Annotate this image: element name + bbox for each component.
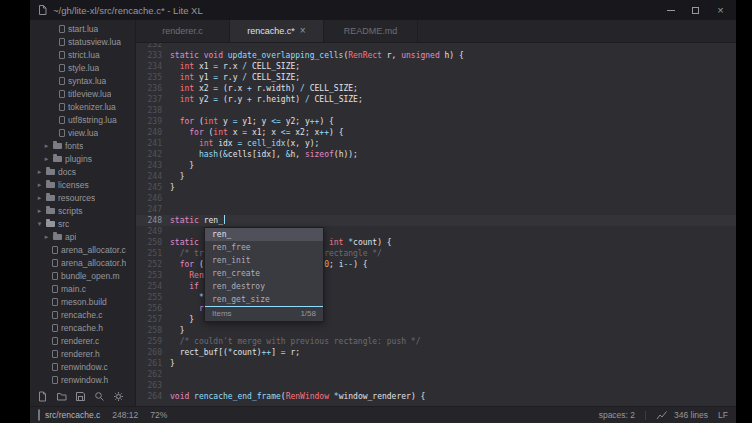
line-number: 236 xyxy=(136,83,170,94)
tree-item-strict.lua[interactable]: strict.lua xyxy=(30,48,135,61)
code-line-259[interactable]: 259 /* couldn't merge with previous rect… xyxy=(136,336,736,347)
statusbar-indent-mode[interactable]: spaces: 2 xyxy=(599,410,635,420)
tree-item-renwindow.c[interactable]: renwindow.c xyxy=(30,360,135,373)
tree-item-bundle_open.m[interactable]: bundle_open.m xyxy=(30,269,135,282)
code-line-258[interactable]: 258 } xyxy=(136,325,736,336)
tree-item-rencache.h[interactable]: rencache.h xyxy=(30,321,135,334)
tab-bar-empty xyxy=(418,20,736,42)
tree-item-api[interactable]: ▸api xyxy=(30,230,135,243)
autocomplete-item-ren_[interactable]: ren_ xyxy=(205,228,323,241)
minimize-button[interactable] xyxy=(665,5,676,16)
close-tab-icon[interactable]: × xyxy=(300,26,306,36)
code-line-241[interactable]: 241 int idx = cell_idx(x, y); xyxy=(136,138,736,149)
code-line-233[interactable]: 233static void update_overlapping_cells(… xyxy=(136,50,736,61)
code-text xyxy=(170,380,736,391)
open-folder-icon[interactable] xyxy=(56,391,67,402)
code-line-245[interactable]: 245} xyxy=(136,182,736,193)
file-icon xyxy=(52,259,58,267)
tree-item-renwindow.h[interactable]: renwindow.h xyxy=(30,373,135,386)
tree-item-resources[interactable]: ▸resources xyxy=(30,191,135,204)
code-line-232[interactable]: 232 xyxy=(136,43,736,50)
tree-item-tokenizer.lua[interactable]: tokenizer.lua xyxy=(30,100,135,113)
sidebar-toolbar xyxy=(30,386,135,406)
code-text xyxy=(170,369,736,380)
code-line-239[interactable]: 239 for (int y = y1; y <= y2; y++) { xyxy=(136,116,736,127)
code-text: int y1 = r.y / CELL_SIZE; xyxy=(170,72,736,83)
tab-renderer-c[interactable]: renderer.c xyxy=(136,20,230,42)
code-line-234[interactable]: 234 int x1 = r.x / CELL_SIZE; xyxy=(136,61,736,72)
code-text: hash(&cells[idx], &h, sizeof(h)); xyxy=(170,149,736,160)
close-button[interactable]: × xyxy=(715,5,726,16)
tree-item-licenses[interactable]: ▸licenses xyxy=(30,178,135,191)
tree-item-renderer.h[interactable]: renderer.h xyxy=(30,347,135,360)
line-number: 234 xyxy=(136,61,170,72)
tree-item-main.c[interactable]: main.c xyxy=(30,282,135,295)
file-icon xyxy=(59,116,65,124)
tree-item-utf8string.lua[interactable]: utf8string.lua xyxy=(30,113,135,126)
code-line-240[interactable]: 240 for (int x = x1; x <= x2; x++) { xyxy=(136,127,736,138)
folder-icon xyxy=(46,195,55,201)
code-line-243[interactable]: 243 } xyxy=(136,160,736,171)
tree-item-label: src xyxy=(58,219,69,229)
settings-icon[interactable] xyxy=(113,391,124,402)
code-line-238[interactable]: 238 xyxy=(136,105,736,116)
code-line-236[interactable]: 236 int x2 = (r.x + r.width) / CELL_SIZE… xyxy=(136,83,736,94)
tab-readme-md[interactable]: README.md xyxy=(324,20,418,42)
search-icon[interactable] xyxy=(94,391,105,402)
code-line-247[interactable]: 247 xyxy=(136,204,736,215)
statusbar-line-ending[interactable]: LF xyxy=(718,410,728,420)
line-number: 261 xyxy=(136,358,170,369)
tab-bar: renderer.c rencache.c* × README.md xyxy=(136,20,736,43)
tree-item-scripts[interactable]: ▸scripts xyxy=(30,204,135,217)
tree-item-fonts[interactable]: ▸fonts xyxy=(30,139,135,152)
line-number: 247 xyxy=(136,204,170,215)
tree-item-docs[interactable]: ▸docs xyxy=(30,165,135,178)
tree-item-start.lua[interactable]: start.lua xyxy=(30,22,135,35)
tree-item-arena_allocator.c[interactable]: arena_allocator.c xyxy=(30,243,135,256)
tree-item-label: meson.build xyxy=(61,297,107,307)
code-line-248[interactable]: 248static ren_ xyxy=(136,215,736,226)
tree-item-titleview.lua[interactable]: titleview.lua xyxy=(30,87,135,100)
tree-item-label: renwindow.h xyxy=(61,375,108,385)
statusbar-cursor-position[interactable]: 248:12 xyxy=(112,410,138,420)
autocomplete-item-ren_init[interactable]: ren_init xyxy=(205,254,323,267)
code-line-261[interactable]: 261} xyxy=(136,358,736,369)
tree-item-label: strict.lua xyxy=(68,50,100,60)
code-text: int y2 = (r.y + r.height) / CELL_SIZE; xyxy=(170,94,736,105)
tab-rencache-c[interactable]: rencache.c* × xyxy=(230,20,324,42)
code-line-260[interactable]: 260 rect_buf[(*count)++] = r; xyxy=(136,347,736,358)
code-line-244[interactable]: 244 } xyxy=(136,171,736,182)
code-line-262[interactable]: 262 xyxy=(136,369,736,380)
line-number: 237 xyxy=(136,94,170,105)
code-line-263[interactable]: 263 xyxy=(136,380,736,391)
code-area[interactable]: 232233static void update_overlapping_cel… xyxy=(136,43,736,406)
maximize-button[interactable] xyxy=(690,5,701,16)
line-number: 243 xyxy=(136,160,170,171)
code-line-246[interactable]: 246 xyxy=(136,193,736,204)
tree-item-src[interactable]: ▾src xyxy=(30,217,135,230)
autocomplete-item-ren_free[interactable]: ren_free xyxy=(205,241,323,254)
chevron-right-icon: ▸ xyxy=(36,168,43,176)
tree-item-meson.build[interactable]: meson.build xyxy=(30,295,135,308)
file-icon xyxy=(52,363,58,371)
code-text: /* couldn't merge with previous rectangl… xyxy=(170,336,736,347)
statusbar-line-count: 346 lines xyxy=(674,410,708,420)
tree-item-rencache.c[interactable]: rencache.c xyxy=(30,308,135,321)
autocomplete-item-ren_create[interactable]: ren_create xyxy=(205,267,323,280)
save-icon[interactable] xyxy=(75,391,86,402)
code-line-237[interactable]: 237 int y2 = (r.y + r.height) / CELL_SIZ… xyxy=(136,94,736,105)
code-line-235[interactable]: 235 int y1 = r.y / CELL_SIZE; xyxy=(136,72,736,83)
tree-item-style.lua[interactable]: style.lua xyxy=(30,61,135,74)
code-line-264[interactable]: 264void rencache_end_frame(RenWindow *wi… xyxy=(136,391,736,402)
tree-item-statusview.lua[interactable]: statusview.lua xyxy=(30,35,135,48)
tree-item-renderer.c[interactable]: renderer.c xyxy=(30,334,135,347)
tree-item-arena_allocator.h[interactable]: arena_allocator.h xyxy=(30,256,135,269)
tree-item-view.lua[interactable]: view.lua xyxy=(30,126,135,139)
tree-item-syntax.lua[interactable]: syntax.lua xyxy=(30,74,135,87)
code-line-242[interactable]: 242 hash(&cells[idx], &h, sizeof(h)); xyxy=(136,149,736,160)
autocomplete-item-ren_destroy[interactable]: ren_destroy xyxy=(205,280,323,293)
autocomplete-item-ren_get_size[interactable]: ren_get_size xyxy=(205,293,323,306)
tree-item-plugins[interactable]: ▸plugins xyxy=(30,152,135,165)
new-file-icon[interactable] xyxy=(37,391,48,402)
tree-item-label: start.lua xyxy=(68,24,98,34)
